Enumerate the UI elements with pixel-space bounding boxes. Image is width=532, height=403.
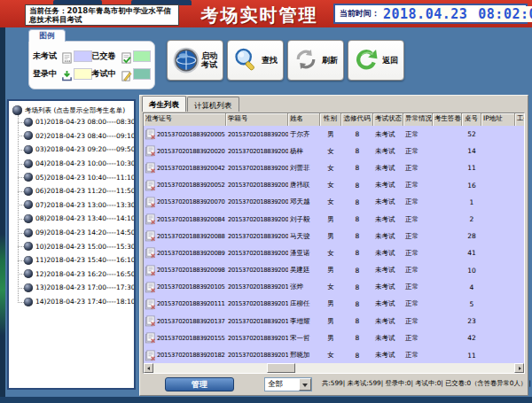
tab-computer-list[interactable]: 计算机列表 xyxy=(187,97,239,112)
session-item[interactable]: 13)2018-04-23 17:00----17:30 xyxy=(17,281,132,295)
answer-sheet-icon xyxy=(145,128,156,140)
column-header[interactable]: 姓名 xyxy=(288,113,320,126)
window-bottom-edge xyxy=(0,397,532,403)
legend-item-label: 登录中 xyxy=(33,68,60,80)
refresh-button[interactable]: 刷新 xyxy=(287,40,344,81)
scroll-left-arrow-icon[interactable] xyxy=(144,363,153,373)
legend-color-swatch xyxy=(74,68,91,80)
session-item[interactable]: 05)2018-04-23 10:40----11:10 xyxy=(17,170,132,184)
globe-icon xyxy=(12,105,22,115)
table-row[interactable]: 2015370201883920105 2015370201883920105张… xyxy=(144,279,524,296)
filter-dropdown[interactable]: 全部 xyxy=(264,377,312,391)
session-item-label: 10)2018-04-23 15:00----15:30 xyxy=(35,243,136,251)
scrollbar-track[interactable] xyxy=(153,363,514,373)
clock-box: 当前时间： 2018.04.23 08:02:04 xyxy=(333,4,528,24)
session-item-label: 01)2018-04-23 08:00----08:30 xyxy=(35,118,136,126)
column-header[interactable]: 工作 xyxy=(515,113,525,126)
table-row[interactable]: 2015370201883920088 2015370201883920088马… xyxy=(144,228,524,244)
session-item-label: 14)2018-04-23 17:40----18:10 xyxy=(35,298,136,306)
answer-sheet-icon xyxy=(145,298,156,310)
table-row[interactable]: 2015370201883920020 2015370201883920020杨… xyxy=(144,143,524,159)
scroll-right-arrow-icon[interactable] xyxy=(514,363,524,373)
answer-sheet-icon xyxy=(145,315,156,327)
legend-item-label: 未考试 xyxy=(33,50,60,62)
table-row[interactable]: 2015370201883920042 2015370201883920042刘… xyxy=(144,159,524,176)
column-header[interactable]: 选修代码 xyxy=(341,113,373,126)
legend-item-label: 考试中 xyxy=(92,68,120,80)
manage-button[interactable]: 管理 xyxy=(165,377,234,391)
table-row[interactable]: 2015370201883920111 2015370201883920111庄… xyxy=(144,296,524,313)
answer-sheet-icon xyxy=(145,247,156,259)
table-row[interactable]: 2015370201883920052 2015370201883920052唐… xyxy=(144,177,524,194)
table-row[interactable]: 2015370201883920089 2015370201883920089潘… xyxy=(144,244,524,261)
globe-icon xyxy=(24,269,33,278)
tree-root-all-students[interactable]: 考场列表 (点击显示全部考生名单) xyxy=(12,105,132,115)
answer-sheet-icon xyxy=(145,332,156,344)
column-header[interactable]: 性别 xyxy=(320,113,341,126)
clock-label: 当前时间： xyxy=(340,8,379,19)
toolbar-button-label: 查找 xyxy=(262,56,278,65)
table-row[interactable]: 2015370201883920070 2015370201883920070邓… xyxy=(144,194,524,211)
session-item-label: 13)2018-04-23 17:00----17:30 xyxy=(35,283,136,291)
column-header[interactable]: 学籍号 xyxy=(226,113,288,126)
session-item[interactable]: 04)2018-04-23 10:00----10:30 xyxy=(17,157,132,171)
toolbar-button-label: 刷新 xyxy=(322,56,338,65)
doc-dots-icon xyxy=(61,50,73,62)
session-item[interactable]: 14)2018-04-23 17:40----18:10 xyxy=(17,295,132,309)
clock-date: 2018.04.23 xyxy=(383,6,467,22)
session-item[interactable]: 08)2018-04-23 13:40----14:10 xyxy=(17,212,132,226)
session-item[interactable]: 11)2018-04-23 15:40----16:10 xyxy=(17,253,132,267)
session-item[interactable]: 12)2018-04-23 16:20----16:50 xyxy=(17,267,132,282)
column-header[interactable]: 桌号 xyxy=(462,113,481,126)
back-button[interactable]: 返回 xyxy=(348,40,404,81)
answer-sheet-icon xyxy=(145,145,156,157)
answer-sheet-icon xyxy=(145,282,156,293)
legend-panel: 未考试 已交卷 登录中 考试中 xyxy=(28,41,155,89)
filter-selected-value: 全部 xyxy=(265,379,299,390)
column-header[interactable]: IP地址 xyxy=(481,113,515,126)
table-row[interactable]: 2015370201883920005 2015370201883920005于… xyxy=(144,126,524,143)
status-bar: 管理 全部 共:599| 未考试:599| 登录中:0| 考试中:0| 已交卷:… xyxy=(140,374,528,395)
summary-stats: 共:599| 未考试:599| 登录中:0| 考试中:0| 已交卷:0（含答卷异… xyxy=(322,379,526,388)
session-item-label: 05)2018-04-23 10:40----11:10 xyxy=(35,174,136,182)
table-row[interactable]: 2015370201883920182 2015370201883920182邢… xyxy=(144,346,524,363)
search-button[interactable]: 查找 xyxy=(227,40,284,81)
current-task-text: 当前任务：2018年青岛市初中学业水平信息技术科目考试 xyxy=(29,6,175,24)
column-header[interactable]: 准考证号 xyxy=(144,113,226,126)
pencil-doc-icon xyxy=(121,68,132,80)
exam-session-tree-panel: 考场列表 (点击显示全部考生名单) 01)2018-04-23 08:00---… xyxy=(7,99,136,390)
column-header[interactable]: 异常情况 xyxy=(403,113,433,126)
table-row[interactable]: 2015370201883920084 2015370201883920084刘… xyxy=(144,211,524,228)
table-header-row: 准考证号学籍号姓名性别选修代码考试状态异常情况考生答卷桌号IP地址工作 xyxy=(144,113,524,126)
legend-tab: 图例 xyxy=(28,29,66,42)
session-item[interactable]: 01)2018-04-23 08:00----08:30 xyxy=(17,115,132,129)
table-row[interactable]: 2015370201883920098 2015370201883920098吴… xyxy=(144,262,524,279)
current-task-box: 当前任务：2018年青岛市初中学业水平信息技术科目考试 xyxy=(25,4,179,26)
chevron-down-icon[interactable] xyxy=(299,378,311,391)
start-exam-button[interactable]: 启动 考试 xyxy=(167,40,223,81)
session-item[interactable]: 07)2018-04-23 13:00----13:30 xyxy=(17,198,132,213)
column-header[interactable]: 考生答卷 xyxy=(433,113,462,126)
table-row[interactable]: 2015370201883920155 2015370201883920155宋… xyxy=(144,329,524,346)
answer-sheet-icon xyxy=(145,230,156,242)
legend-color-swatch xyxy=(74,50,91,62)
session-item-label: 09)2018-04-23 14:20----14:50 xyxy=(35,229,136,236)
session-item-label: 06)2018-04-23 11:20----11:50 xyxy=(35,187,136,195)
globe-icon xyxy=(24,159,33,168)
session-item-label: 12)2018-04-23 16:20----16:50 xyxy=(35,270,136,278)
session-item[interactable]: 09)2018-04-23 14:20----14:50 xyxy=(17,226,132,240)
column-header[interactable]: 考试状态 xyxy=(373,113,403,126)
session-item[interactable]: 03)2018-04-23 09:20----09:50 xyxy=(17,143,132,157)
desktop-edge xyxy=(0,27,5,403)
legend-item: 考试中 xyxy=(92,66,152,83)
tab-student-list[interactable]: 考生列表 xyxy=(142,96,186,112)
session-item[interactable]: 10)2018-04-23 15:00----15:30 xyxy=(17,239,132,253)
legend-item-label: 已交卷 xyxy=(92,50,120,62)
globe-icon xyxy=(24,200,33,209)
table-row[interactable]: 2015370201883920137 2015370201883920137李… xyxy=(144,313,524,329)
session-item[interactable]: 06)2018-04-23 11:20----11:50 xyxy=(17,184,132,198)
globe-icon xyxy=(24,229,33,237)
session-item[interactable]: 02)2018-04-23 08:40----09:10 xyxy=(17,129,132,143)
legend-color-swatch xyxy=(133,50,151,62)
scrollbar-thumb[interactable] xyxy=(267,363,295,373)
